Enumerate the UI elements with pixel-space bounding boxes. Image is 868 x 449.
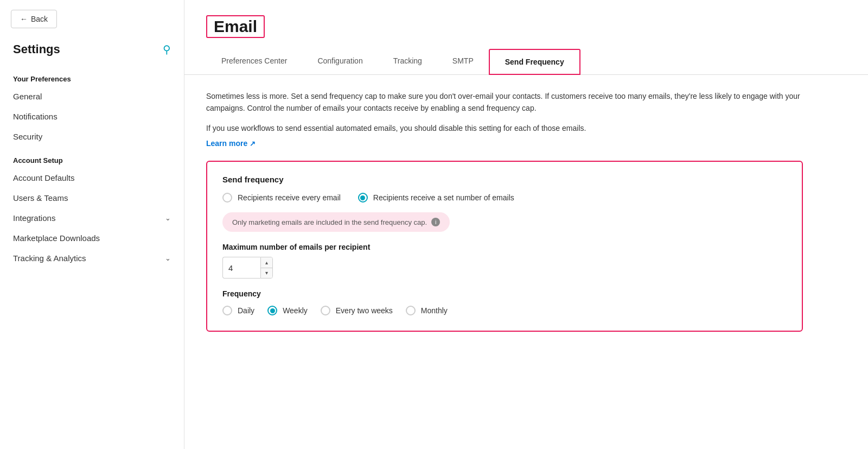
send-frequency-card: Send frequency Recipients receive every … xyxy=(206,161,803,332)
sidebar-title: Settings xyxy=(13,42,60,56)
radio-weekly[interactable]: Weekly xyxy=(267,306,308,315)
sidebar-item-notifications[interactable]: Notifications xyxy=(0,106,184,127)
tab-configuration[interactable]: Configuration xyxy=(302,49,378,74)
radio-set-number-circle xyxy=(358,193,368,203)
radio-monthly[interactable]: Monthly xyxy=(406,306,448,315)
learn-more-label: Learn more xyxy=(206,139,247,148)
tab-smtp[interactable]: SMTP xyxy=(437,49,489,74)
your-preferences-label: Your Preferences xyxy=(0,65,184,86)
frequency-label: Frequency xyxy=(222,289,787,298)
main-content: Email Preferences Center Configuration T… xyxy=(184,0,868,449)
back-chevron-icon: ← xyxy=(20,15,28,23)
sidebar-item-tracking-analytics[interactable]: Tracking & Analytics ⌄ xyxy=(0,248,184,268)
send-frequency-title: Send frequency xyxy=(222,175,787,184)
radio-every-email[interactable]: Recipients receive every email xyxy=(222,193,341,203)
number-input-wrapper: ▴ ▾ xyxy=(222,257,787,279)
frequency-radio-row: Recipients receive every email Recipient… xyxy=(222,193,787,203)
back-label: Back xyxy=(31,15,48,23)
sidebar-item-account-defaults[interactable]: Account Defaults xyxy=(0,168,184,188)
sidebar-item-marketplace-downloads[interactable]: Marketplace Downloads xyxy=(0,228,184,248)
radio-monthly-label: Monthly xyxy=(421,306,448,315)
frequency-options-row: Daily Weekly Every two weeks Monthly xyxy=(222,306,787,315)
page-header: Email xyxy=(184,0,868,49)
sidebar-item-security[interactable]: Security xyxy=(0,127,184,147)
radio-every-email-circle xyxy=(222,193,232,203)
description-2: If you use workflows to send essential a… xyxy=(206,122,803,134)
radio-daily-circle xyxy=(222,306,232,315)
max-emails-label: Maximum number of emails per recipient xyxy=(222,243,787,251)
radio-daily[interactable]: Daily xyxy=(222,306,254,315)
account-setup-label: Account Setup xyxy=(0,147,184,168)
tab-tracking[interactable]: Tracking xyxy=(378,49,437,74)
notifications-label: Notifications xyxy=(13,112,58,121)
description-1: Sometimes less is more. Set a send frequ… xyxy=(206,90,803,115)
radio-every-two-weeks-label: Every two weeks xyxy=(336,306,393,315)
sidebar-section-account-setup: Account Setup Account Defaults Users & T… xyxy=(0,147,184,268)
tabs-bar: Preferences Center Configuration Trackin… xyxy=(184,49,868,75)
sidebar-item-integrations[interactable]: Integrations ⌄ xyxy=(0,208,184,228)
tab-preferences-center[interactable]: Preferences Center xyxy=(206,49,302,74)
sidebar-header: Settings ⚲ xyxy=(0,38,184,65)
tab-send-frequency[interactable]: Send Frequency xyxy=(489,49,580,75)
general-label: General xyxy=(13,92,42,101)
info-icon: i xyxy=(431,218,440,226)
radio-weekly-label: Weekly xyxy=(283,306,308,315)
content-area: Sometimes less is more. Set a send frequ… xyxy=(184,75,868,347)
radio-monthly-circle xyxy=(406,306,416,315)
search-button[interactable]: ⚲ xyxy=(163,43,171,56)
search-icon: ⚲ xyxy=(163,43,171,55)
sidebar-item-users-teams[interactable]: Users & Teams xyxy=(0,188,184,208)
back-button[interactable]: ← Back xyxy=(11,10,57,28)
sidebar: ← Back Settings ⚲ Your Preferences Gener… xyxy=(0,0,184,449)
security-label: Security xyxy=(13,132,42,141)
radio-every-email-label: Recipients receive every email xyxy=(238,193,341,202)
tracking-analytics-chevron-icon: ⌄ xyxy=(165,254,171,262)
account-defaults-label: Account Defaults xyxy=(13,173,74,182)
max-emails-input[interactable] xyxy=(222,257,260,279)
sidebar-item-general[interactable]: General xyxy=(0,86,184,106)
marketing-notice-text: Only marketing emails are included in th… xyxy=(232,218,427,226)
page-title: Email xyxy=(206,15,265,38)
sidebar-section-your-preferences: Your Preferences General Notifications S… xyxy=(0,65,184,147)
marketing-notice: Only marketing emails are included in th… xyxy=(222,212,450,232)
radio-every-two-weeks-circle xyxy=(321,306,330,315)
integrations-chevron-icon: ⌄ xyxy=(165,214,171,222)
users-teams-label: Users & Teams xyxy=(13,193,68,203)
number-spinners: ▴ ▾ xyxy=(260,257,273,279)
spinner-down-button[interactable]: ▾ xyxy=(261,268,272,279)
tracking-analytics-label: Tracking & Analytics xyxy=(13,254,86,263)
radio-daily-label: Daily xyxy=(238,306,254,315)
spinner-up-button[interactable]: ▴ xyxy=(261,257,272,268)
radio-set-number-label: Recipients receive a set number of email… xyxy=(373,193,514,202)
marketplace-downloads-label: Marketplace Downloads xyxy=(13,233,100,243)
integrations-label: Integrations xyxy=(13,213,55,223)
radio-every-two-weeks[interactable]: Every two weeks xyxy=(321,306,393,315)
radio-weekly-circle xyxy=(267,306,277,315)
external-link-icon: ↗ xyxy=(250,140,256,148)
learn-more-link[interactable]: Learn more ↗ xyxy=(206,139,256,148)
radio-set-number[interactable]: Recipients receive a set number of email… xyxy=(358,193,514,203)
